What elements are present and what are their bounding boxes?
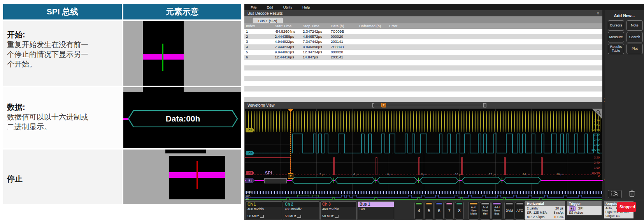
horizontal-value-right: ◆10% bbox=[554, 215, 563, 219]
table-row[interactable]: 1-54.82604ns2.347242µs7C009B bbox=[244, 29, 602, 34]
table-cell bbox=[244, 92, 273, 97]
channel-card-ch3[interactable]: Ch 3460 mV/div50 MHz bbox=[320, 201, 357, 220]
add-new-ref-button[interactable]: AddNewRef bbox=[480, 202, 491, 220]
doc-header-element: 元素示意 bbox=[123, 4, 241, 19]
decode-table-body: 1-54.82604ns2.347242µs7C009B22.444358µs4… bbox=[244, 29, 602, 97]
channel-6-button[interactable]: 6 bbox=[435, 202, 444, 220]
waveform-graticule[interactable]: T C1 C2 C3 B1 SPI 2.761.84920 m 3.202.40… bbox=[244, 108, 602, 200]
table-cell bbox=[329, 81, 358, 86]
stopped-button[interactable]: Stopped bbox=[617, 202, 636, 212]
table-cell bbox=[244, 65, 273, 70]
horizontal-title: Horizontal bbox=[525, 201, 565, 206]
column-header: Stop Time bbox=[301, 23, 329, 29]
sidebar-button-cursors[interactable]: Cursors bbox=[608, 20, 624, 31]
table-row[interactable] bbox=[244, 70, 602, 76]
menu-item-edit[interactable]: Edit bbox=[267, 5, 273, 9]
decode-window-titlebar[interactable]: Bus Decode Results × bbox=[244, 10, 602, 16]
trigger-position-line[interactable] bbox=[290, 109, 291, 173]
zoom-mode-button[interactable] bbox=[608, 190, 622, 198]
doc-stop-title: 停止 bbox=[7, 174, 23, 184]
bus-trigger-marker[interactable]: T bbox=[288, 173, 293, 179]
doc-start-body: 重复开始发生在没有前一个停止的情况下显示另一个开始。 bbox=[7, 40, 120, 69]
table-cell bbox=[244, 70, 273, 76]
sidebar-button-results-table[interactable]: ResultsTable bbox=[608, 44, 624, 54]
table-row[interactable] bbox=[244, 60, 602, 65]
channel-card-ch2[interactable]: Ch 2460 mV/div50 MHz bbox=[283, 201, 319, 220]
table-cell bbox=[358, 60, 388, 65]
table-cell bbox=[358, 34, 388, 39]
channel-card-ch1[interactable]: Ch 1460 mV/div50 MHz bbox=[246, 201, 282, 220]
channel-bandwidth-value: 50 MHz bbox=[285, 214, 296, 218]
table-cell bbox=[273, 60, 301, 65]
doc-data-body: 数据值可以以十六进制或二进制显示。 bbox=[7, 112, 120, 132]
table-row[interactable] bbox=[244, 65, 602, 70]
data-figure-screen: Data:00h bbox=[123, 92, 241, 148]
table-row[interactable]: 612.44416µs14.847µs203141 bbox=[244, 55, 602, 60]
channel-8-button[interactable]: 8 bbox=[455, 202, 464, 220]
table-row[interactable]: 47.444234µs9.846898µs7C0093 bbox=[244, 44, 602, 49]
table-cell bbox=[273, 92, 301, 97]
bandwidth-steps-icon bbox=[297, 215, 301, 218]
table-row[interactable] bbox=[244, 86, 602, 91]
horizontal-panel[interactable]: Horizontal 2 µs/div20 µsSR: 125 MS/s8 ns… bbox=[525, 201, 565, 220]
table-row[interactable]: 22.444358µs4.846572µs000020 bbox=[244, 34, 602, 39]
channel-card-body: 460 mV/div50 MHz bbox=[246, 207, 282, 219]
table-row[interactable] bbox=[244, 76, 602, 81]
table-cell bbox=[388, 76, 602, 81]
sidebar-button-label: Table bbox=[612, 49, 620, 53]
table-row[interactable]: 59.944861µs12.34734µs000020 bbox=[244, 50, 602, 55]
sidebar-button-plot[interactable]: Plot bbox=[626, 44, 643, 54]
table-cell bbox=[244, 81, 273, 86]
dvm-button[interactable]: DVM bbox=[504, 202, 514, 220]
sidebar-button-note[interactable]: Note bbox=[626, 20, 643, 31]
channel-card-bus1[interactable]: Bus 1SPI bbox=[358, 201, 394, 220]
afg-button[interactable]: AFG bbox=[515, 202, 525, 220]
table-cell bbox=[301, 65, 329, 70]
menu-item-help[interactable]: Help bbox=[302, 5, 310, 9]
sidebar-button-label: Note bbox=[631, 24, 638, 27]
waveform-window-titlebar[interactable]: Waveform View bbox=[244, 102, 602, 108]
menu-item-file[interactable]: File bbox=[251, 5, 256, 9]
doc-row-data: 数据: 数据值可以以十六进制或二进制显示。 bbox=[3, 87, 122, 148]
add-new-title: Add New... bbox=[605, 13, 644, 18]
table-cell: 12.34734µs bbox=[301, 50, 329, 55]
overview-left-bracket bbox=[372, 103, 374, 107]
horizontal-value-text: 20 µs bbox=[555, 206, 563, 211]
trigger-panel[interactable]: Trigger B1 SPI SS Active bbox=[567, 201, 602, 215]
trigger-triangle-icon[interactable] bbox=[288, 109, 293, 112]
table-cell bbox=[358, 86, 388, 91]
add-new-bus-button[interactable]: AddNewBus bbox=[491, 202, 502, 220]
table-cell: 12.44416µs bbox=[273, 55, 301, 60]
spi-doc-table: SPI 总线 元素示意 开始: 重复开始发生在没有前一个停止的情况下显示另一个开… bbox=[3, 4, 241, 204]
channel-color-bar bbox=[426, 203, 432, 204]
decode-tabstrip: Bus 1 (SPI) bbox=[244, 16, 602, 23]
close-icon[interactable]: × bbox=[597, 11, 599, 16]
horizontal-value-right: 8 ns/pt bbox=[553, 211, 563, 215]
channel-scale-value: 460 mV/div bbox=[322, 207, 355, 211]
table-row[interactable] bbox=[244, 92, 602, 97]
trigger-type: SPI bbox=[578, 206, 584, 210]
add-new-math-button[interactable]: AddNewMath bbox=[468, 202, 479, 220]
doc-body-line: 二进制显示。 bbox=[7, 122, 120, 132]
tab-bus1-spi[interactable]: Bus 1 (SPI) bbox=[252, 17, 283, 24]
table-row[interactable] bbox=[244, 81, 602, 86]
column-header: Error bbox=[388, 23, 602, 29]
table-cell bbox=[244, 76, 273, 81]
channel-color-bar bbox=[456, 203, 462, 204]
channel-scale-value: 460 mV/div bbox=[285, 207, 318, 211]
overview-slider-track[interactable] bbox=[373, 105, 486, 105]
sidebar-button-search[interactable]: Search bbox=[626, 32, 643, 42]
channel-5-button[interactable]: 5 bbox=[425, 202, 433, 220]
table-row[interactable]: 34.944922µs7.347442µs203141 bbox=[244, 39, 602, 44]
table-cell bbox=[358, 92, 388, 97]
overview-trigger-icon[interactable]: T bbox=[381, 103, 386, 107]
table-cell bbox=[329, 76, 358, 81]
channel-7-button[interactable]: 7 bbox=[445, 202, 454, 220]
overview-handle[interactable] bbox=[483, 103, 486, 107]
channel-4-button[interactable]: 4 bbox=[414, 202, 423, 220]
channel-bandwidth-value: 50 MHz bbox=[247, 214, 259, 218]
delete-button[interactable] bbox=[626, 189, 637, 199]
table-cell bbox=[358, 39, 388, 44]
menu-item-utility[interactable]: Utility bbox=[283, 5, 292, 9]
sidebar-button-measure[interactable]: Measure bbox=[608, 32, 624, 42]
